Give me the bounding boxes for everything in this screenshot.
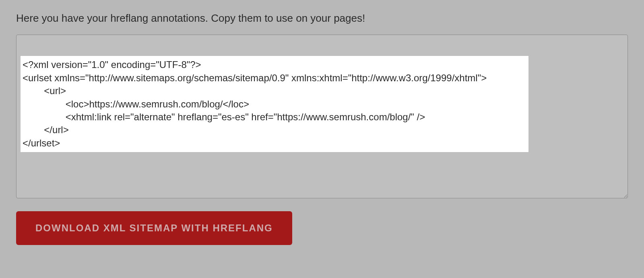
download-xml-sitemap-button[interactable]: DOWNLOAD XML SITEMAP WITH HREFLANG bbox=[16, 211, 292, 245]
code-line: <url> bbox=[23, 84, 528, 97]
code-line: <xhtml:link rel="alternate" hreflang="es… bbox=[23, 111, 528, 124]
code-line: <loc>https://www.semrush.com/blog/</loc> bbox=[23, 98, 528, 111]
highlighted-code: <?xml version="1.0" encoding="UTF-8"?><u… bbox=[21, 56, 528, 152]
code-line: </urlset> bbox=[23, 137, 528, 150]
code-line: <urlset xmlns="http://www.sitemaps.org/s… bbox=[23, 72, 528, 84]
hreflang-code-output[interactable]: <?xml version="1.0" encoding="UTF-8"?><u… bbox=[16, 35, 628, 198]
code-line: <?xml version="1.0" encoding="UTF-8"?> bbox=[23, 58, 528, 71]
code-line: </url> bbox=[23, 124, 528, 136]
intro-text: Here you have your hreflang annotations.… bbox=[16, 12, 628, 25]
